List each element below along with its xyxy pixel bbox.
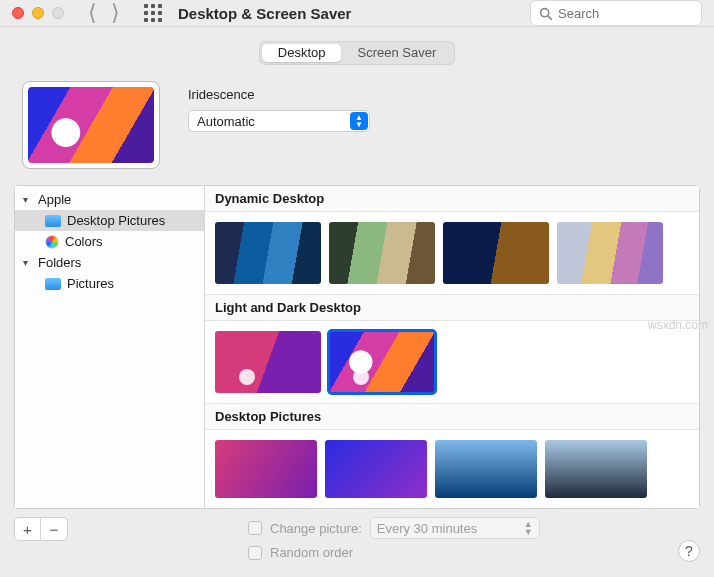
sidebar-item-label: Desktop Pictures	[67, 213, 165, 228]
wallpaper-gallery: Dynamic Desktop Light and Dark Desktop D…	[205, 186, 699, 508]
random-order-checkbox[interactable]	[248, 546, 262, 560]
wallpaper-thumb[interactable]	[435, 440, 537, 498]
main-panel: Desktop Screen Saver Iridescence Automat…	[0, 27, 714, 577]
change-interval-select[interactable]: Every 30 minutes ▲▼	[370, 517, 540, 539]
color-wheel-icon	[45, 235, 59, 249]
back-button[interactable]: ⟨	[88, 2, 97, 24]
sidebar-group-label: Folders	[38, 255, 81, 270]
appearance-mode-select[interactable]: Automatic ▲▼	[188, 110, 370, 132]
wallpaper-thumb[interactable]	[215, 440, 317, 498]
tab-screen-saver[interactable]: Screen Saver	[341, 44, 452, 62]
show-all-prefs-button[interactable]	[144, 4, 162, 22]
section-light-dark: Light and Dark Desktop	[205, 294, 699, 321]
help-button[interactable]: ?	[678, 540, 700, 562]
change-interval-value: Every 30 minutes	[377, 521, 477, 536]
zoom-window-button[interactable]	[52, 7, 64, 19]
forward-button[interactable]: ⟩	[111, 2, 120, 24]
change-picture-label: Change picture:	[270, 521, 362, 536]
window-traffic-lights	[12, 7, 64, 19]
source-sidebar: ▾ Apple Desktop Pictures Colors ▾ Folder…	[15, 186, 205, 508]
prefs-window: ⟨ ⟩ Desktop & Screen Saver Desktop Scree…	[0, 0, 714, 577]
toolbar: ⟨ ⟩ Desktop & Screen Saver	[0, 0, 714, 27]
sidebar-group-apple[interactable]: ▾ Apple	[15, 189, 204, 210]
wallpaper-thumb-selected[interactable]	[329, 331, 435, 393]
wallpaper-thumb[interactable]	[545, 440, 647, 498]
add-folder-button[interactable]: +	[15, 518, 41, 540]
remove-folder-button[interactable]: −	[41, 518, 67, 540]
tab-switcher: Desktop Screen Saver	[259, 41, 455, 65]
wallpaper-thumb[interactable]	[215, 331, 321, 393]
search-field[interactable]	[530, 0, 702, 26]
wallpaper-thumb[interactable]	[557, 222, 663, 284]
random-order-label: Random order	[270, 545, 353, 560]
sidebar-item-desktop-pictures[interactable]: Desktop Pictures	[15, 210, 204, 231]
chevron-down-icon: ▾	[23, 194, 33, 205]
add-remove-group: + −	[14, 517, 68, 541]
wallpaper-name: Iridescence	[188, 87, 370, 102]
footer: + − Change picture: Every 30 minutes ▲▼ …	[14, 509, 700, 560]
chevron-down-icon: ▾	[23, 257, 33, 268]
sidebar-item-label: Pictures	[67, 276, 114, 291]
current-wallpaper-preview	[22, 81, 160, 169]
change-options: Change picture: Every 30 minutes ▲▼ Rand…	[248, 517, 540, 560]
tab-desktop[interactable]: Desktop	[262, 44, 342, 62]
sidebar-item-pictures[interactable]: Pictures	[15, 273, 204, 294]
wallpaper-image	[28, 87, 154, 163]
chevron-up-down-icon: ▲▼	[350, 112, 368, 130]
sidebar-group-folders[interactable]: ▾ Folders	[15, 252, 204, 273]
sidebar-group-label: Apple	[38, 192, 71, 207]
wallpaper-thumb[interactable]	[329, 222, 435, 284]
change-picture-checkbox[interactable]	[248, 521, 262, 535]
chevron-up-down-icon: ▲▼	[524, 520, 533, 536]
appearance-mode-value: Automatic	[197, 114, 255, 129]
section-desktop-pictures: Desktop Pictures	[205, 403, 699, 430]
section-dynamic-desktop: Dynamic Desktop	[205, 186, 699, 212]
sidebar-item-label: Colors	[65, 234, 103, 249]
close-window-button[interactable]	[12, 7, 24, 19]
nav-arrows: ⟨ ⟩	[88, 2, 120, 24]
svg-line-1	[548, 15, 551, 18]
folder-icon	[45, 278, 61, 290]
minimize-window-button[interactable]	[32, 7, 44, 19]
wallpaper-thumb[interactable]	[215, 222, 321, 284]
search-input[interactable]	[558, 6, 693, 21]
wallpaper-thumb[interactable]	[443, 222, 549, 284]
window-title: Desktop & Screen Saver	[178, 5, 351, 22]
folder-icon	[45, 215, 61, 227]
watermark: wsxdn.com	[648, 318, 708, 332]
search-icon	[539, 7, 552, 20]
sidebar-item-colors[interactable]: Colors	[15, 231, 204, 252]
split-panel: ▾ Apple Desktop Pictures Colors ▾ Folder…	[14, 185, 700, 509]
wallpaper-thumb[interactable]	[325, 440, 427, 498]
